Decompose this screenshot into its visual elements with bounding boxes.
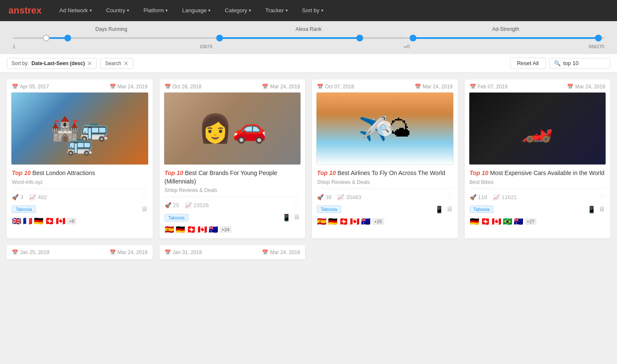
cards-row2: 📅 Jan 25, 2019 📅 Mar 24, 2019 📅 Jan 31, … — [0, 245, 617, 266]
calendar-icon: 📅 — [165, 84, 171, 90]
nav-category[interactable]: Category ▾ — [220, 0, 256, 21]
favorite-button[interactable]: ♡ — [142, 193, 148, 201]
calendar-icon: 📅 — [415, 84, 421, 90]
slider-thumb-left[interactable] — [216, 35, 223, 41]
favorite-button[interactable]: ♡ — [294, 201, 300, 209]
sliders-bar: Days Running 1 1067 Alexa Rank 6 ∞ — [0, 21, 617, 54]
nav-platform[interactable]: Platform ▾ — [138, 0, 173, 21]
calendar-icon: 📅 — [470, 84, 476, 90]
calendar-icon: 📅 — [317, 84, 323, 90]
reset-all-button[interactable]: Reset All — [510, 57, 546, 69]
card-image: 🏰🚌 — [11, 93, 148, 164]
trend-icon: 📈 — [337, 194, 344, 200]
more-flags-badge: +24 — [220, 226, 232, 233]
favorite-button[interactable]: ♡ — [599, 193, 605, 201]
flag-de: 🇩🇪 — [34, 216, 43, 226]
device-icons: 📱 🖥 — [282, 213, 300, 222]
flag-au: 🇦🇺 — [361, 217, 370, 226]
more-flags-badge: +8 — [67, 218, 77, 224]
trend-icon: 📈 — [493, 194, 500, 200]
ad-card-3: 📅 Oct 07, 2018 📅 Mar 24, 2019 ✈️🌤 🔍 Top … — [312, 79, 458, 238]
card-start-date: 📅 Feb 07, 2019 — [470, 84, 508, 90]
card-end-date: 📅 Mar 24, 2019 — [262, 84, 300, 90]
filter-bar: Sort by: Date-Last-Seen (desc) ✕ Search … — [0, 54, 617, 73]
device-icons: 🖥 — [141, 205, 148, 213]
card-start-date: 📅 Oct 26, 2018 — [165, 84, 202, 90]
ad-card-5: 📅 Jan 25, 2019 📅 Mar 24, 2019 — [7, 245, 153, 260]
flag-fr: 🇫🇷 — [23, 216, 32, 226]
search-filter-close[interactable]: ✕ — [124, 60, 129, 67]
flags-row: 🇩🇪 🇨🇭 🇨🇦 🇧🇷 🇦🇺 +27 — [470, 217, 606, 226]
calendar-icon: 📅 — [262, 84, 268, 90]
card-image-wrap[interactable]: 🏎️ — [469, 92, 606, 165]
rocket-icon: 🚀 — [317, 194, 324, 200]
flag-de: 🇩🇪 — [470, 217, 479, 226]
search-box: 🔍 — [549, 58, 610, 68]
zoom-icon: 🔍 — [377, 121, 392, 136]
slider-thumb-right[interactable] — [356, 35, 363, 41]
calendar-icon: 📅 — [12, 249, 18, 255]
card-start-date: 📅 Jan 31, 2019 — [165, 249, 202, 255]
nav-language[interactable]: Language ▾ — [177, 0, 215, 21]
trend-stat: 📈 23526 — [185, 202, 209, 208]
calendar-icon: 📅 — [567, 84, 573, 90]
flag-gb: 🇬🇧 — [12, 216, 21, 226]
network-badge: Taboola — [165, 214, 189, 222]
card-title: Top 10 Best Airlines To Fly On Across Th… — [317, 169, 453, 178]
card-image-wrap[interactable]: 🏰🚌 — [11, 92, 149, 165]
slider-thumb-right[interactable] — [595, 35, 602, 41]
trend-icon: 📈 — [185, 202, 192, 208]
card-end-date: 📅 Mar 24, 2019 — [110, 84, 148, 90]
slider-thumb-left[interactable] — [410, 35, 416, 41]
card-start-date: 📅 Oct 07, 2018 — [317, 84, 354, 90]
sort-filter-close[interactable]: ✕ — [87, 60, 92, 67]
brand-accent: e — [31, 5, 36, 16]
card-start-date: 📅 Jan 25, 2019 — [12, 249, 49, 255]
ad-card-1: 📅 Apr 05, 2017 📅 Mar 24, 2019 🏰🚌 Top 10 … — [7, 79, 153, 238]
flag-ch: 🇨🇭 — [339, 217, 348, 226]
chevron-down-icon: ▾ — [165, 0, 168, 21]
flags-row: 🇪🇸 🇩🇪 🇨🇭 🇨🇦 🇦🇺 +24 — [165, 225, 300, 234]
network-badge: Taboola — [12, 205, 36, 213]
nav-tracker[interactable]: Tracker ▾ — [260, 0, 293, 21]
flag-ca: 🇨🇦 — [56, 216, 65, 226]
nav-sort-by[interactable]: Sort by ▾ — [297, 0, 328, 21]
calendar-icon: 📅 — [12, 84, 18, 90]
nav-country[interactable]: Country ▾ — [101, 0, 135, 21]
flag-au: 🇦🇺 — [209, 225, 218, 234]
rocket-stat: 🚀 38 — [317, 194, 331, 200]
flag-de: 🇩🇪 — [328, 217, 337, 226]
device-icons: 📱 🖥 — [435, 205, 453, 213]
calendar-icon: 📅 — [262, 249, 268, 255]
chevron-down-icon: ▾ — [127, 0, 129, 21]
rocket-stat: 🚀 25 — [165, 202, 179, 208]
ad-card-2: 📅 Oct 26, 2018 📅 Mar 24, 2019 👩‍🚗 Top 10… — [160, 79, 306, 238]
mobile-icon: 📱 — [282, 213, 291, 222]
card-image: 👩‍🚗 — [164, 93, 301, 164]
card-subtitle: Shlop Reviews & Deals — [165, 187, 300, 193]
card-start-date: 📅 Apr 05, 2017 — [12, 84, 49, 90]
favorite-button[interactable]: ♡ — [447, 193, 453, 201]
brand-text2: x — [36, 5, 41, 16]
rocket-icon: 🚀 — [470, 194, 477, 200]
flags-row: 🇬🇧 🇫🇷 🇩🇪 🇨🇭 🇨🇦 +8 — [12, 216, 148, 226]
slider-thumb-left[interactable] — [43, 35, 50, 41]
desktop-icon: 🖥 — [141, 205, 148, 213]
card-image-wrap[interactable]: 👩‍🚗 — [164, 92, 301, 165]
flags-row: 🇪🇸 🇩🇪 🇨🇭 🇨🇦 🇦🇺 +25 — [317, 217, 453, 226]
network-badge: Taboola — [317, 205, 341, 213]
brand-text: anstr — [8, 5, 31, 16]
slider-thumb-right[interactable] — [64, 35, 71, 41]
search-input[interactable] — [563, 60, 606, 66]
search-icon: 🔍 — [554, 60, 561, 66]
flag-br: 🇧🇷 — [503, 217, 512, 226]
ad-strength-slider: Ad-Strength 0 666270 — [407, 26, 604, 49]
calendar-icon: 📅 — [110, 249, 116, 255]
flag-es: 🇪🇸 — [317, 217, 326, 226]
nav-ad-network[interactable]: Ad Network ▾ — [54, 0, 96, 21]
card-image-wrap[interactable]: ✈️🌤 🔍 — [316, 92, 454, 165]
slider-label: Ad-Strength — [492, 26, 519, 32]
card-subtitle: Word-info.xyz — [12, 179, 148, 185]
more-flags-badge: +27 — [525, 218, 537, 225]
more-flags-badge: +25 — [372, 218, 384, 225]
